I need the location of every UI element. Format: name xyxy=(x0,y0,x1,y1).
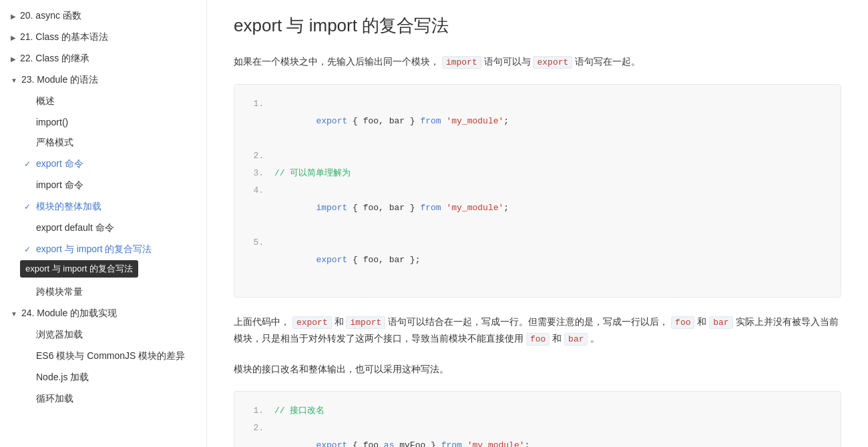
sidebar-section-label: 21. Class 的基本语法 xyxy=(20,31,108,43)
para2: 上面代码中， export 和 import 语句可以结合在一起，写成一行。但需… xyxy=(234,314,841,348)
main-content: export 与 import 的复合写法 如果在一个模块之中，先输入后输出同一… xyxy=(207,0,868,447)
sidebar-section-label: 24. Module 的加载实现 xyxy=(21,308,117,320)
code-line: 1. // 接口改名 xyxy=(248,402,827,420)
arrow-down-icon: ▼ xyxy=(11,77,17,84)
intro-text3: 语句写在一起。 xyxy=(575,56,640,67)
sidebar-item-export-cmd[interactable]: ✓ export 命令 xyxy=(0,153,206,175)
code-import-kw: import xyxy=(442,56,481,69)
code-export-inline: export xyxy=(292,316,332,329)
sidebar-section-23[interactable]: ▼ 23. Module 的语法 xyxy=(0,69,206,91)
code-line: 1. export { foo, bar } from 'my_module'; xyxy=(248,95,827,147)
sidebar-section-22[interactable]: ▶ 22. Class 的继承 xyxy=(0,48,206,69)
code-line: 4. import { foo, bar } from 'my_module'; xyxy=(248,182,827,234)
code-block-2: 1. // 接口改名 2. export { foo as myFoo } fr… xyxy=(234,391,841,447)
sidebar-item-module-write[interactable]: 模块的写法 xyxy=(0,260,206,282)
sidebar-item-browser-load[interactable]: 浏览器加载 xyxy=(0,324,206,346)
code-line: 3. // 可以简单理解为 xyxy=(248,165,827,182)
arrow-down-icon: ▼ xyxy=(11,310,17,318)
code-bar-inline: bar xyxy=(709,316,732,329)
sidebar-item-import-cmd[interactable]: import 命令 xyxy=(0,175,206,196)
code-bar-inline2: bar xyxy=(564,333,588,346)
code-import-inline: import xyxy=(346,316,385,329)
sidebar-sub-label: ES6 模块与 CommonJS 模块的差异 xyxy=(36,350,185,362)
page-title: export 与 import 的复合写法 xyxy=(234,13,841,37)
sidebar-item-export-import[interactable]: ✓ export 与 import 的复合写法 export 与 import … xyxy=(0,239,206,260)
sidebar-item-nodejs-load[interactable]: Node.js 加载 xyxy=(0,367,206,388)
sidebar-sub-label: export default 命令 xyxy=(36,222,114,234)
sidebar-item-module-all[interactable]: ✓ 模块的整体加载 xyxy=(0,196,206,217)
sidebar-sub-label: Node.js 加载 xyxy=(36,372,89,384)
sidebar-sub-label: export 命令 xyxy=(36,158,83,170)
sidebar-sub-label: 循环加载 xyxy=(36,393,73,405)
code-block-1: 1. export { foo, bar } from 'my_module';… xyxy=(234,84,841,298)
code-foo-inline: foo xyxy=(671,316,694,329)
sidebar-section-label: 22. Class 的继承 xyxy=(20,53,89,65)
sidebar-item-export-default[interactable]: export default 命令 xyxy=(0,217,206,239)
sidebar-sub-label: 模块的整体加载 xyxy=(36,201,101,213)
sidebar: ▶ 20. async 函数 ▶ 21. Class 的基本语法 ▶ 22. C… xyxy=(0,0,207,447)
sidebar-sub-label: 浏览器加载 xyxy=(36,329,83,341)
code-line: 2. xyxy=(248,147,827,165)
sidebar-item-overview[interactable]: 概述 xyxy=(0,91,206,112)
check-icon: ✓ xyxy=(24,159,33,169)
sidebar-sub-label: import 命令 xyxy=(36,179,83,191)
sidebar-item-strict[interactable]: 严格模式 xyxy=(0,132,206,153)
check-icon: ✓ xyxy=(24,202,33,211)
sidebar-section-24[interactable]: ▼ 24. Module 的加载实现 xyxy=(0,303,206,324)
arrow-right-icon: ▶ xyxy=(11,34,16,41)
code-foo-inline2: foo xyxy=(526,333,550,346)
arrow-right-icon: ▶ xyxy=(11,13,16,20)
sidebar-sub-label: 严格模式 xyxy=(36,137,73,149)
sidebar-section-label: 23. Module 的语法 xyxy=(21,74,98,86)
sidebar-item-cross-module[interactable]: 跨模块常量 xyxy=(0,282,206,303)
code-export-kw: export xyxy=(533,56,572,69)
arrow-right-icon: ▶ xyxy=(11,55,16,63)
sidebar-sub-label: 模块的写法 xyxy=(36,265,83,277)
code-line: 5. export { foo, bar }; xyxy=(248,234,827,286)
intro-text2: 语句可以与 xyxy=(484,56,533,67)
sidebar-section-label: 20. async 函数 xyxy=(20,10,81,22)
sidebar-item-es6-commonjs[interactable]: ES6 模块与 CommonJS 模块的差异 xyxy=(0,346,206,367)
sidebar-item-import-func[interactable]: import() xyxy=(0,112,206,132)
sidebar-section-20[interactable]: ▶ 20. async 函数 xyxy=(0,5,206,27)
sidebar-section-21[interactable]: ▶ 21. Class 的基本语法 xyxy=(0,27,206,48)
sidebar-sub-label: 跨模块常量 xyxy=(36,286,83,298)
intro-paragraph: 如果在一个模块之中，先输入后输出同一个模块， import 语句可以与 expo… xyxy=(234,53,841,70)
sidebar-item-circular-load[interactable]: 循环加载 xyxy=(0,388,206,410)
code-line: 2. export { foo as myFoo } from 'my_modu… xyxy=(248,420,827,447)
check-icon: ✓ xyxy=(24,245,33,254)
para3: 模块的接口改名和整体输出，也可以采用这种写法。 xyxy=(234,361,841,378)
intro-text1: 如果在一个模块之中，先输入后输出同一个模块， xyxy=(234,56,439,67)
sidebar-sub-label: export 与 import 的复合写法 xyxy=(36,244,152,256)
sidebar-sub-label: 概述 xyxy=(36,95,55,107)
sidebar-sub-label: import() xyxy=(36,117,68,127)
